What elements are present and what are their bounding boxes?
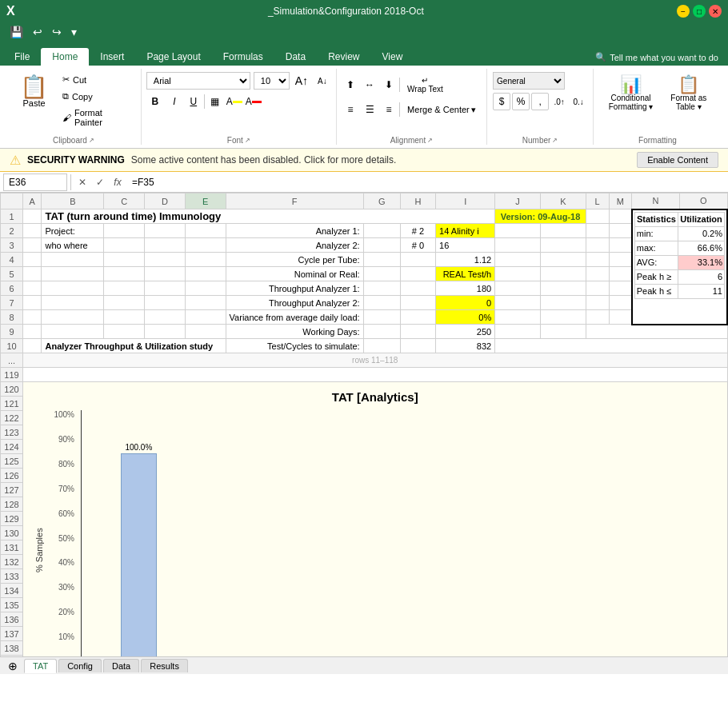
- cell-I8[interactable]: 0%: [436, 310, 495, 325]
- border-button[interactable]: ▦: [206, 93, 224, 110]
- cell-B7[interactable]: [42, 296, 104, 310]
- cell-K8[interactable]: [541, 310, 586, 325]
- cell-B8[interactable]: [42, 310, 104, 325]
- tab-home[interactable]: Home: [41, 48, 89, 66]
- cell-I2[interactable]: 14 Alinity i: [436, 224, 495, 238]
- cell-D8[interactable]: [145, 310, 186, 325]
- cell-J10[interactable]: [495, 339, 727, 353]
- align-left-btn[interactable]: ≡: [342, 101, 359, 118]
- cell-F6[interactable]: Throughput Analyzer 1:: [226, 281, 363, 296]
- col-header-G[interactable]: G: [363, 193, 400, 209]
- number-format-select[interactable]: General: [493, 72, 565, 90]
- cell-H2[interactable]: # 2: [400, 224, 435, 238]
- cell-H10[interactable]: [400, 339, 435, 353]
- paste-button[interactable]: 📋 Paste: [13, 72, 55, 112]
- cell-M3[interactable]: [609, 238, 632, 253]
- clipboard-expand-icon[interactable]: ↗: [89, 137, 94, 144]
- cell-J8[interactable]: [495, 310, 541, 325]
- col-header-K[interactable]: K: [541, 193, 586, 209]
- merge-center-button[interactable]: Merge & Center ▾: [402, 102, 482, 118]
- cell-M5[interactable]: [609, 267, 632, 281]
- tab-review[interactable]: Review: [317, 48, 370, 66]
- conditional-formatting-button[interactable]: 📊 ConditionalFormatting ▾: [602, 72, 661, 115]
- format-as-table-button[interactable]: 📋 Format asTable ▾: [663, 72, 714, 115]
- minimize-button[interactable]: −: [677, 5, 690, 18]
- cell-E8[interactable]: [185, 310, 226, 325]
- cell-H9[interactable]: [400, 325, 435, 339]
- cell-I4[interactable]: 1.12: [436, 253, 495, 267]
- font-expand-icon[interactable]: ↗: [245, 137, 250, 144]
- col-header-L[interactable]: L: [586, 193, 609, 209]
- col-header-H[interactable]: H: [400, 193, 435, 209]
- cell-A6[interactable]: [23, 281, 42, 296]
- insert-function-btn[interactable]: fx: [110, 174, 126, 190]
- cell-H7[interactable]: [400, 296, 435, 310]
- cell-M6[interactable]: [609, 281, 632, 296]
- cell-G8[interactable]: [363, 310, 400, 325]
- cell-L5[interactable]: [586, 267, 609, 281]
- cell-I9[interactable]: 250: [436, 325, 495, 339]
- cancel-formula-btn[interactable]: ✕: [74, 174, 90, 190]
- cell-I7[interactable]: 0: [436, 296, 495, 310]
- cell-M7[interactable]: [609, 296, 632, 310]
- cell-K9[interactable]: [541, 325, 586, 339]
- cell-M1[interactable]: [609, 209, 632, 224]
- cell-F10[interactable]: Test/Cycles to simulate:: [226, 339, 363, 353]
- cell-F5[interactable]: Nominal or Real:: [226, 267, 363, 281]
- cell-M8[interactable]: [609, 310, 632, 325]
- italic-button[interactable]: I: [166, 93, 183, 110]
- cell-I5[interactable]: REAL Test/h: [436, 267, 495, 281]
- cell-G2[interactable]: [363, 224, 400, 238]
- cut-button[interactable]: ✂ Cut: [58, 72, 134, 87]
- cell-A9[interactable]: [23, 325, 42, 339]
- cell-C9[interactable]: [104, 325, 145, 339]
- decrease-decimal-btn[interactable]: 0.↓: [570, 93, 587, 110]
- fill-color-button[interactable]: A: [226, 93, 243, 110]
- tab-view[interactable]: View: [371, 48, 414, 66]
- cell-K5[interactable]: [541, 267, 586, 281]
- col-header-F[interactable]: F: [226, 193, 363, 209]
- cell-I6[interactable]: 180: [436, 281, 495, 296]
- col-header-I[interactable]: I: [436, 193, 495, 209]
- cell-F8[interactable]: Variance from average daily load:: [226, 310, 363, 325]
- col-header-M[interactable]: M: [609, 193, 632, 209]
- cell-B6[interactable]: [42, 281, 104, 296]
- cell-D2[interactable]: [145, 224, 186, 238]
- cell-D3[interactable]: [145, 238, 186, 253]
- cell-L4[interactable]: [586, 253, 609, 267]
- cell-J1[interactable]: Version: 09-Aug-18: [495, 209, 586, 224]
- maximize-button[interactable]: □: [693, 5, 706, 18]
- confirm-formula-btn[interactable]: ✓: [92, 174, 108, 190]
- cell-C7[interactable]: [104, 296, 145, 310]
- cell-L8[interactable]: [586, 310, 609, 325]
- merge-dropdown-icon[interactable]: ▾: [471, 105, 476, 115]
- cell-119[interactable]: [23, 368, 728, 382]
- cell-A5[interactable]: [23, 267, 42, 281]
- cell-B2[interactable]: Project:: [42, 224, 104, 238]
- cell-H8[interactable]: [400, 310, 435, 325]
- cell-J4[interactable]: [495, 253, 541, 267]
- align-right-btn[interactable]: ≡: [380, 101, 398, 118]
- tell-me-field[interactable]: 🔍 Tell me what you want to do: [586, 49, 728, 66]
- cell-C4[interactable]: [104, 253, 145, 267]
- cell-J7[interactable]: [495, 296, 541, 310]
- increase-font-btn[interactable]: A↑: [293, 72, 310, 90]
- cell-J6[interactable]: [495, 281, 541, 296]
- cell-C3[interactable]: [104, 238, 145, 253]
- cell-A8[interactable]: [23, 310, 42, 325]
- col-header-N[interactable]: N: [632, 193, 680, 209]
- number-expand-icon[interactable]: ↗: [552, 137, 558, 144]
- cell-A4[interactable]: [23, 253, 42, 267]
- col-header-O[interactable]: O: [679, 193, 727, 209]
- font-color-button[interactable]: A: [245, 93, 262, 110]
- cell-H6[interactable]: [400, 281, 435, 296]
- cell-E5[interactable]: [185, 267, 226, 281]
- tab-data[interactable]: Data: [274, 48, 317, 66]
- sheet-tab-results[interactable]: Results: [141, 659, 188, 672]
- cell-M2[interactable]: [609, 224, 632, 238]
- cell-J5[interactable]: [495, 267, 541, 281]
- save-quick-btn[interactable]: 💾: [6, 24, 26, 40]
- cell-M4[interactable]: [609, 253, 632, 267]
- cell-L9[interactable]: [586, 325, 727, 339]
- col-header-D[interactable]: D: [145, 193, 186, 209]
